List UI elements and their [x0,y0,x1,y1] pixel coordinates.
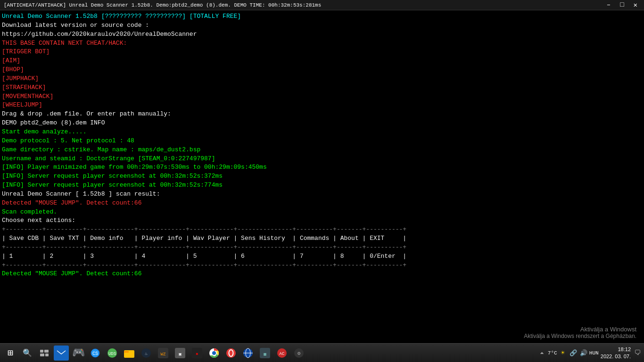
terminal-line: Unreal Demo Scanner [ 1.52b8 ] scan resu… [2,190,642,199]
terminal-line: | 1 | 2 | 3 | 4 | 5 | 6 | 7 | 8 | 0/Ente… [2,252,642,261]
svg-text:WZ: WZ [161,352,166,357]
svg-text:♨: ♨ [145,352,148,356]
taskbar-search[interactable]: 🔍 [20,346,35,361]
terminal-line: https://github.com/2020karaulov2020/Unre… [2,30,642,39]
taskbar-app1[interactable]: 🎮 [71,346,86,361]
terminal-line: Detected "MOUSE JUMP". Detect count:66 [2,270,642,279]
clock-time: 18:12 [601,346,631,353]
terminal-line: [AIM] [2,57,642,66]
clock-area[interactable]: 18:12 2022. 03. 07. [601,346,631,360]
titlebar: [ANTICHEAT/ANTIHACK] Unreal Demo Scanner… [0,0,644,10]
start-button[interactable]: ⊞ [3,346,18,361]
terminal-line: [MOVEMENTHACK] [2,92,642,101]
terminal-line: [STRAFEHACK] [2,83,642,92]
svg-text:▦: ▦ [264,352,266,357]
taskbar-right: ⏶ 7°C ☀ 🔗 🔊 HUN 18:12 2022. 03. 07. 🗨 [538,346,641,360]
tray-chevron[interactable]: ⏶ [538,349,546,357]
taskbar: ⊞ 🔍 🎮 CS UDS ♨ WZ ▣ ✖ ▦ AC ⚙ [0,343,644,362]
taskbar-app6[interactable]: ▦ [257,346,272,361]
svg-text:UDS: UDS [108,352,116,356]
terminal-line: DEMO pbtd2_demo (8).dem INFO [2,119,642,128]
taskbar-warzone[interactable]: WZ [156,346,171,361]
terminal-line: [INFO] Player minimized game from 00h:29… [2,163,642,172]
clock-date: 2022. 03. 07. [601,353,631,360]
svg-text:AC: AC [280,352,285,356]
taskbar-explorer[interactable] [122,346,137,361]
titlebar-title: [ANTICHEAT/ANTIHACK] Unreal Demo Scanner… [4,2,604,8]
close-button[interactable]: ✕ [631,1,640,9]
terminal-line: Scan completed. [2,208,642,217]
terminal-line: Start demo analyze..... [2,128,642,137]
terminal-line: [JUMPHACK] [2,74,642,83]
tray-speaker[interactable]: 🔊 [580,349,587,357]
svg-text:CS: CS [92,351,98,356]
taskbar-app2[interactable]: CS [88,346,103,361]
terminal-line: Game directory : cstrike. Map name : map… [2,146,642,155]
terminal-line: [BHOP] [2,66,642,74]
tray-notification[interactable]: 🗨 [634,349,641,357]
terminal-line: +----------+----------+-------------+---… [2,243,642,252]
terminal-line: [WHEELJUMP] [2,101,642,110]
taskbar-steam[interactable]: ♨ [139,346,154,361]
terminal-line: THIS BASE CONTAIN NEXT CHEAT/HACK: [2,39,642,48]
terminal-line: [INFO] Server request player screenshot … [2,181,642,190]
terminal-line: Username and steamid : DoctorStrange [ST… [2,155,642,164]
taskbar-opera[interactable] [223,346,239,361]
taskbar-app5[interactable]: ✖ [190,346,205,361]
svg-rect-3 [45,354,49,356]
taskbar-mail[interactable] [54,346,69,361]
terminal-line: | Save CDB | Save TXT | Demo info | Play… [2,234,642,243]
svg-text:▣: ▣ [179,352,182,357]
taskbar-app7[interactable]: AC [274,346,289,361]
svg-rect-4 [57,350,66,356]
tray-temp: 7°C [549,349,556,357]
svg-rect-0 [40,350,43,353]
terminal-line: Detected "MOUSE JUMP". Detect count:66 [2,199,642,208]
terminal-line: +----------+----------+-------------+---… [2,225,642,234]
svg-point-20 [212,351,216,355]
svg-rect-2 [40,354,44,356]
taskbar-anticheat[interactable]: ⚙ [291,346,306,361]
taskbar-globe[interactable] [240,346,256,361]
svg-rect-1 [44,350,49,353]
svg-rect-10 [124,351,129,353]
tray-sun[interactable]: ☀ [559,349,567,357]
terminal-line: Download latest version or source code : [2,21,642,30]
terminal-line: Unreal Demo Scanner 1.52b8 [?????????? ?… [2,12,642,21]
terminal-line: [TRIGGER BOT] [2,48,642,57]
terminal-line: Choose next actions: [2,216,642,225]
taskbar-app3[interactable]: UDS [105,346,120,361]
tray-network[interactable]: 🔗 [570,349,577,357]
terminal-output: Unreal Demo Scanner 1.52b8 [?????????? ?… [0,10,644,343]
terminal-line: +----------+----------+-------------+---… [2,261,642,270]
tray-lang[interactable]: HUN [590,349,598,357]
titlebar-controls: – □ ✕ [604,1,640,9]
task-view-button[interactable] [37,346,52,361]
taskbar-app4[interactable]: ▣ [173,346,188,361]
svg-text:✖: ✖ [196,352,198,357]
taskbar-chrome[interactable] [206,346,222,361]
terminal-line: Drag & drop .dem file. Or enter path man… [2,110,642,119]
svg-text:⚙: ⚙ [297,351,301,356]
minimize-button[interactable]: – [604,1,613,9]
maximize-button[interactable]: □ [617,1,627,9]
terminal-line: [INFO] Server request player screenshot … [2,172,642,181]
terminal-line: Demo protocol : 5. Net protocol : 48 [2,137,642,146]
